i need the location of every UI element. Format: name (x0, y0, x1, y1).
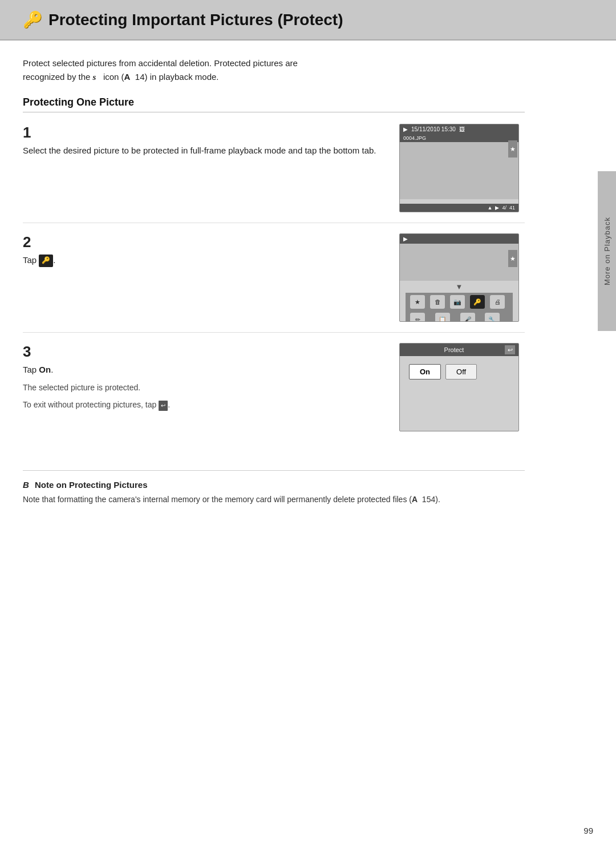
side-tab: More on Playback (598, 171, 616, 331)
menu-cell-print: 🖨 (490, 295, 505, 309)
screen3-title: Protect (403, 346, 505, 353)
screen1-play: ▶ (403, 126, 408, 132)
step-1-screen: ▶ 15/11/2010 15:30 🖼 0004.JPG ★ ▲ ▶ 4/ 4… (399, 124, 525, 212)
menu-cell-settings: 🔧 (485, 313, 500, 322)
screen2-menu-row1: ★ 🗑 📷 🔑 🖨 (406, 293, 513, 311)
step-2-screen: ▶ ★ ▼ ★ 🗑 📷 🔑 🖨 ✏ 📋 (399, 233, 525, 322)
menu-cell-copy: 📷 (450, 295, 465, 309)
screen1-quality: 🖼 (459, 126, 465, 132)
screen1-datetime: 15/11/2010 15:30 (411, 126, 456, 132)
step-2-text: Tap 🔑. (23, 253, 382, 267)
screen1-bottom-text: ▲ ▶ 4/ 41 (488, 205, 515, 211)
menu-cell-pencil: ✏ (410, 313, 425, 322)
screen1-star: ★ (508, 140, 517, 158)
step-1-row: 1 Select the desired picture to be prote… (23, 124, 525, 223)
step-1-text: Select the desired picture to be protect… (23, 144, 382, 158)
main-content: Protect selected pictures from accidenta… (0, 41, 548, 528)
screen1-topbar: ▶ 15/11/2010 15:30 🖼 (400, 124, 518, 134)
protect-on-button[interactable]: On (409, 364, 441, 379)
camera-screen-2: ▶ ★ ▼ ★ 🗑 📷 🔑 🖨 ✏ 📋 (399, 233, 519, 322)
screen2-arrow: ▼ (400, 281, 518, 293)
page-number: 99 (583, 826, 593, 835)
s-icon: s (93, 72, 96, 82)
screen2-menu-row2: ✏ 📋 🎤 🔧 (406, 311, 513, 322)
step-2-left: 2 Tap 🔑. (23, 233, 382, 267)
note-icon: B (23, 480, 29, 490)
step-1-left: 1 Select the desired picture to be prote… (23, 124, 382, 158)
step-2-number: 2 (23, 233, 382, 251)
note-section: B Note on Protecting Pictures Note that … (23, 470, 525, 506)
camera-screen-1: ▶ 15/11/2010 15:30 🖼 0004.JPG ★ ▲ ▶ 4/ 4… (399, 124, 519, 212)
step-3-text: Tap On. (23, 363, 382, 377)
note-title: Note on Protecting Pictures (35, 480, 148, 490)
step-3-left: 3 Tap On. The selected picture is protec… (23, 343, 382, 411)
step-3-subtext2: To exit without protecting pictures, tap… (23, 398, 382, 411)
screen2-topbar: ▶ (400, 234, 518, 244)
note-body: Note that formatting the camera's intern… (23, 493, 525, 506)
section-title: Protecting One Picture (23, 96, 525, 112)
step-3-row: 3 Tap On. The selected picture is protec… (23, 343, 525, 442)
screen3-back-btn[interactable]: ↩ (505, 345, 515, 354)
side-tab-label: More on Playback (603, 217, 611, 285)
step-3-number: 3 (23, 343, 382, 361)
protect-header-icon: 🔑 (23, 10, 43, 29)
screen1-bottom: ▲ ▶ 4/ 41 (400, 204, 518, 212)
menu-cell-clipboard: 📋 (435, 313, 450, 322)
page-header: 🔑 Protecting Important Pictures (Protect… (0, 0, 616, 41)
menu-cell-star: ★ (410, 295, 425, 309)
menu-cell-mic: 🎤 (460, 313, 475, 322)
step-3-screen: Protect ↩ On Off (399, 343, 525, 431)
page-title: Protecting Important Pictures (Protect) (48, 11, 343, 29)
intro-paragraph: Protect selected pictures from accidenta… (23, 56, 525, 84)
screen1-filename: 0004.JPG (400, 134, 518, 142)
step-2-row: 2 Tap 🔑. ▶ ★ ▼ ★ 🗑 📷 🔑 (23, 233, 525, 333)
note-header: B Note on Protecting Pictures (23, 480, 525, 490)
screen2-image-area (400, 244, 518, 281)
steps-container: 1 Select the desired picture to be prote… (23, 124, 525, 442)
camera-screen-3: Protect ↩ On Off (399, 343, 519, 431)
screen2-star: ★ (508, 250, 517, 267)
protect-off-button[interactable]: Off (445, 364, 477, 379)
step-3-subtext1: The selected picture is protected. (23, 381, 382, 394)
screen3-topbar: Protect ↩ (400, 344, 518, 356)
step-1-number: 1 (23, 124, 382, 142)
intro-line1: Protect selected pictures from accidenta… (23, 58, 298, 68)
back-icon: ↩ (159, 401, 168, 411)
protect-buttons: On Off (409, 364, 509, 379)
lock-icon-inline: 🔑 (39, 255, 53, 266)
screen1-image-area (400, 142, 518, 199)
screen3-body: On Off (400, 356, 518, 387)
menu-cell-protect: 🔑 (470, 295, 485, 309)
menu-cell-trash: 🗑 (430, 295, 445, 309)
